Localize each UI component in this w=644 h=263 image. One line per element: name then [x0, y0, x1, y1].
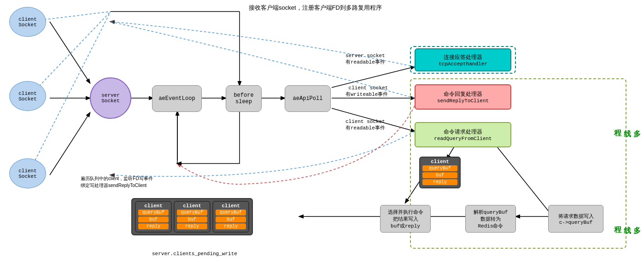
svg-line-6: [332, 67, 415, 88]
client-readable-event-label: client socket有readable事件: [345, 119, 385, 131]
client-struct-single-header: client: [422, 159, 457, 164]
write-query-box: 将请求数据写入c->queryBuf: [548, 205, 603, 233]
client-struct-single-reply: reply: [422, 179, 457, 185]
client-struct-single-buf: buf: [422, 172, 457, 178]
svg-line-2: [50, 113, 90, 175]
client-struct-single-querybuf: queryBuf: [422, 165, 457, 171]
client-socket-1: clientSocket: [9, 7, 46, 37]
client-socket-3: clientSocket: [9, 158, 46, 188]
client-struct-queue-3: client queryBuf buf reply: [212, 201, 249, 233]
server-socket-event-label: server socket有readable事件: [345, 53, 385, 65]
diagram: 接收客户端socket，注册客户端FD到多路复用程序 clientSocket …: [0, 0, 644, 263]
bottom-label: server.clients_pending_write: [152, 251, 237, 257]
client-struct-queue-1: client queryBuf buf reply: [135, 201, 172, 233]
left-note: 遍历队列中的client，监听FD写事件绑定写处理器sendReplyToCli…: [81, 175, 153, 189]
execute-box: 选择并执行命令把结果写入buf或reply: [380, 205, 431, 233]
multi-thread-label-1: 多线程: [613, 78, 642, 170]
client-writeable-event-label: client socket有writeable事件: [345, 85, 388, 98]
query-handler-label1: 命令请求处理器: [434, 128, 492, 136]
client-struct-queue-2: client queryBuf buf reply: [174, 201, 211, 233]
connect-handler-label2: tcpAccepthandler: [439, 61, 487, 67]
client-struct-single: client queryBuf buf reply: [419, 157, 461, 188]
query-handler-label2: readQueryFromClient: [434, 136, 492, 141]
before-sleep: beforesleep: [226, 85, 262, 112]
query-handler: 命令请求处理器 readQueryFromClient: [415, 122, 511, 147]
multi-thread-label-2: 多线程: [613, 184, 642, 258]
connect-handler-label1: 连接应答处理器: [439, 53, 487, 61]
client-socket-2: clientSocket: [9, 81, 46, 111]
ae-event-loop: aeEventLoop: [152, 85, 202, 112]
ae-api-poll: aeApiPoll: [285, 85, 331, 112]
server-socket-label: serverSocket: [101, 93, 120, 104]
server-socket: serverSocket: [90, 77, 131, 119]
reply-handler: 命令回复处理器 sendReplyToClient: [415, 84, 511, 110]
parse-box: 解析queryBuf数据转为Redis命令: [465, 205, 516, 233]
svg-line-0: [50, 22, 90, 83]
reply-handler-label1: 命令回复处理器: [437, 90, 489, 98]
reply-handler-label2: sendReplyToClient: [437, 98, 489, 104]
client-struct-queue: client queryBuf buf reply client queryBu…: [131, 198, 253, 235]
top-label: 接收客户端socket，注册客户端FD到多路复用程序: [249, 4, 382, 12]
connect-handler: 连接应答处理器 tcpAccepthandler: [415, 48, 511, 71]
